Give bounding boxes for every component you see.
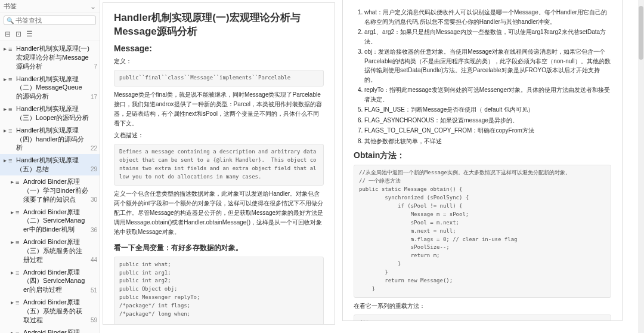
list-item: arg1、arg2：如果只是想向Message内放一些整数值，可以使用arg1和… [364,27,611,46]
bookmark-page: 59 [91,316,97,325]
bookmark-list[interactable]: ▸≡Handler机制实现原理(一)宏观理论分析与Message源码分析7▸≡H… [0,41,100,333]
chevron-right-icon[interactable]: ▸ [11,238,16,246]
bookmark-item[interactable]: ▸≡Android Binder原理（四）ServiceManager的启动过程… [0,266,100,297]
list-item: replyTo：指明此message发送到何处的可选Messenger对象。具体… [364,85,611,104]
field-desc-list: what：用户定义消息代码以便收件人可以识别这是哪一个Message。每个Han… [354,8,611,146]
sidebar-title: 书签 [4,2,17,11]
bookmark-icon: ≡ [16,298,21,307]
code-overload: /** * Same as {@link #obtain()}, but cop… [354,314,611,321]
bookmark-icon: ≡ [16,238,21,247]
para-def: Message类是个final类，就是说不能被继承，同时Message类实现了P… [114,90,324,128]
bookmark-item[interactable]: ▸≡Android Binder原理（二）ServiceManager中的Bin… [0,206,100,236]
list-item: 其他参数都比较简单，不详述 [364,137,611,146]
bookmark-icon: ≡ [8,105,14,114]
bookmark-icon: ≡ [16,269,21,278]
sidebar-toolbar: ⊟ ⊡ ☰ [0,27,100,41]
chevron-right-icon[interactable]: ▸ [11,208,16,217]
list-view-icon[interactable]: ☰ [26,30,33,38]
pages-row: Handler机制实现原理(一)宏观理论分析与Message源码分析 Messa… [100,0,644,333]
app-root: 书签 ⌄ 🔍 ⊟ ⊡ ☰ ▸≡Handler机制实现原理(一)宏观理论分析与Me… [0,0,644,333]
bookmark-page: 30 [91,196,97,204]
bookmark-item[interactable]: ▸≡Android Binder原理（三）系统服务的注册过程44 [0,236,100,266]
page-title: Handler机制实现原理(一)宏观理论分析与Message源码分析 [114,11,324,39]
bookmark-page: 22 [91,144,97,153]
bookmark-page: 7 [94,63,97,71]
chevron-right-icon[interactable]: ▸ [4,105,8,113]
bookmark-icon: ≡ [16,208,21,217]
bookmark-label: Handler机制实现原理（三）Looper的源码分析 [16,104,97,122]
chevron-right-icon[interactable]: ▸ [4,75,8,84]
bookmark-icon: ≡ [8,45,14,54]
bookmark-item[interactable]: ▸≡Handler机制实现原理(一)宏观理论分析与Message源码分析7 [0,42,100,73]
list-item: what：用户定义消息代码以便收件人可以识别这是哪一个Message。每个Han… [364,8,611,26]
scrollbar-track[interactable] [638,0,644,333]
bookmark-page: 44 [91,256,97,264]
search-input[interactable] [16,17,93,24]
chevron-right-icon[interactable]: ▸ [4,45,8,53]
search-icon: 🔍 [7,17,14,24]
bookmark-icon: ≡ [8,75,14,84]
chevron-right-icon[interactable]: ▸ [4,127,8,135]
bookmark-label: Android Binder原理（一）学习Binder前必须要了解的知识点 [23,177,88,204]
scrollbar-thumb[interactable] [639,6,643,60]
bookmark-item[interactable]: ▸≡Handler机制实现原理（四）handler的源码分析22 [0,124,100,155]
list-item: FLAGS_TO_CLEAR_ON_COPY_FROM：明确在copyFrom方… [364,126,611,135]
para-overload: 在看它一系列的重载方法： [354,301,611,311]
code-fields: public int what; public int arg1; public… [114,257,324,325]
bookmark-icon: ≡ [8,127,14,135]
code-doc-desc: Defines a message containing a descripti… [114,144,324,186]
bookmark-item[interactable]: ▸≡Handler机制实现原理（二）MessageQueue的源码分析17 [0,73,100,103]
bookmark-page: 29 [91,165,97,174]
bookmark-label: Android Binder原理（六）Java Binder的初始化 [23,328,88,333]
bookmark-page: 17 [91,93,97,101]
list-item: FLAG_ASYNCHRONOUS：如果设置message是异步的。 [364,116,611,125]
bookmark-item[interactable]: ▸≡Android Binder原理（一）学习Binder前必须要了解的知识点3… [0,175,100,206]
sidebar-header: 书签 ⌄ [0,0,100,13]
doc-label: 文档描述： [114,131,324,140]
def-label: 定义： [114,57,324,66]
bookmark-label: Android Binder原理（四）ServiceManager的启动过程 [23,268,88,295]
bookmark-icon: ≡ [8,156,14,165]
bookmark-label: Handler机制实现原理（五）总结 [16,156,88,174]
bookmark-icon: ≡ [16,329,21,333]
chevron-right-icon[interactable]: ▸ [11,178,16,186]
content-area: Handler机制实现原理(一)宏观理论分析与Message源码分析 Messa… [100,0,644,333]
bookmark-item[interactable]: ▸≡Android Binder原理（六）Java Binder的初始化68 [0,326,100,333]
close-icon[interactable]: ⌄ [90,2,96,11]
para-doc: 定义一个包含任意类型的描述数据对象，此对象可以发送给Handler。对象包含两个… [114,189,324,237]
bookmark-label: Android Binder原理（三）系统服务的注册过程 [23,238,88,264]
bookmark-page: 51 [91,286,97,295]
bookmark-item[interactable]: ▸≡Android Binder原理（五）系统服务的获取过程59 [0,296,100,326]
chevron-right-icon[interactable]: ▸ [11,298,16,307]
expand-all-icon[interactable]: ⊟ [5,30,11,38]
chevron-right-icon[interactable]: ▸ [11,329,16,333]
bookmark-label: Handler机制实现原理（二）MessageQueue的源码分析 [16,75,88,101]
code-class-def: public``final``class``Message``implement… [114,70,324,87]
bookmark-item[interactable]: ▸≡Handler机制实现原理（五）总结29 [0,154,100,175]
list-item: obj：发送给接收器的任意对象。当使用Message对象在线程间传递消息时，如果… [364,47,611,84]
bookmark-icon: ≡ [16,178,21,187]
collapse-all-icon[interactable]: ⊡ [16,30,21,38]
section-message: Message: [114,44,324,53]
search-wrap[interactable]: 🔍 [4,16,96,25]
section-globals: 看一下全局变量：有好多存数据的对象。 [114,243,324,253]
bookmarks-sidebar: 书签 ⌄ 🔍 ⊟ ⊡ ☰ ▸≡Handler机制实现原理(一)宏观理论分析与Me… [0,0,100,333]
bookmark-page: 36 [91,226,97,235]
list-item: FLAG_IN_USE：判断Message是否在使用（ default 包内可见… [364,105,611,115]
bookmark-item[interactable]: ▸≡Handler机制实现原理（三）Looper的源码分析 [0,103,100,124]
section-obtain: Obtain方法： [354,150,611,161]
bookmark-label: Handler机制实现原理(一)宏观理论分析与Message源码分析 [16,44,91,71]
code-obtain: //从全局池中返回一个新的Message实例。在大多数情况下这样可以避免分配新的… [354,165,611,298]
chevron-right-icon[interactable]: ▸ [4,156,8,165]
bookmark-label: Android Binder原理（五）系统服务的获取过程 [23,298,88,325]
bookmark-label: Handler机制实现原理（四）handler的源码分析 [16,126,88,153]
page-right: what：用户定义消息代码以便收件人可以识别这是哪一个Message。每个Han… [342,0,623,321]
search-row: 🔍 [0,13,100,27]
bookmark-label: Android Binder原理（二）ServiceManager中的Binde… [23,208,88,235]
page-left: Handler机制实现原理(一)宏观理论分析与Message源码分析 Messa… [103,2,335,325]
chevron-right-icon[interactable]: ▸ [11,269,16,277]
